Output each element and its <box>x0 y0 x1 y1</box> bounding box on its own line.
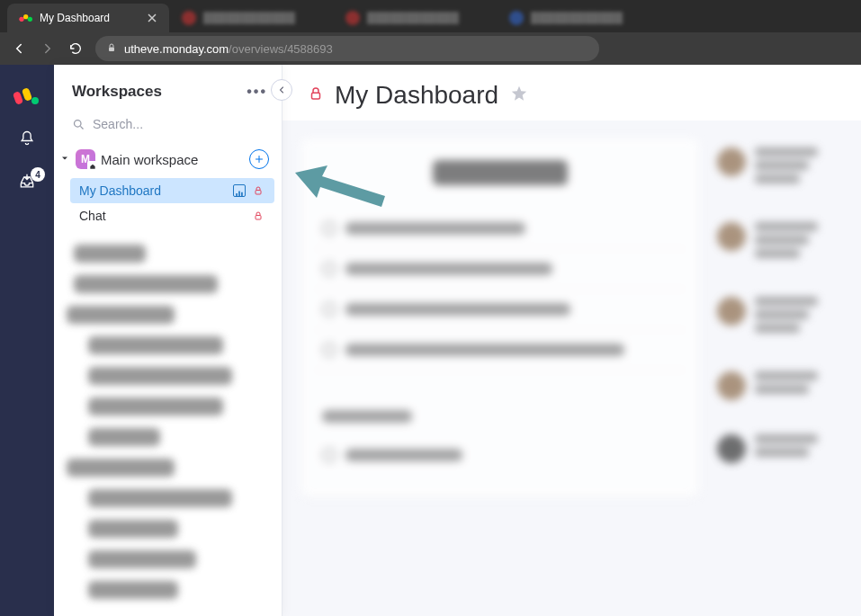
favorite-star-button[interactable] <box>509 84 529 107</box>
workspace-caret-icon[interactable] <box>59 151 70 167</box>
svg-rect-13 <box>312 93 320 99</box>
blurred-sidebar-items <box>54 228 282 599</box>
lock-icon <box>253 210 265 222</box>
inbox-button[interactable]: 4 <box>18 173 36 194</box>
home-icon <box>87 161 97 171</box>
inbox-badge: 4 <box>31 167 45 182</box>
notifications-button[interactable] <box>18 129 36 151</box>
svg-point-1 <box>23 14 28 19</box>
browser-tab-active[interactable]: My Dashboard <box>7 4 169 32</box>
workspace-name: Main workspace <box>101 152 244 167</box>
browser-address-bar: utheve.monday.com/overviews/4588693 <box>0 32 861 65</box>
browser-tab-inactive[interactable]: ████████████ <box>171 4 333 32</box>
svg-rect-8 <box>236 193 238 196</box>
sidebar-title: Workspaces <box>72 83 162 101</box>
left-rail: 4 <box>0 65 54 616</box>
workspace-sidebar: Workspaces ••• Search... M Main workspac… <box>54 65 283 616</box>
browser-tab-inactive[interactable]: ████████████ <box>335 4 497 32</box>
svg-point-7 <box>75 120 82 127</box>
board-item-chat[interactable]: Chat <box>70 203 274 228</box>
svg-rect-4 <box>13 91 23 105</box>
browser-url-input[interactable]: utheve.monday.com/overviews/4588693 <box>95 36 599 61</box>
dashboard-header: My Dashboard <box>283 65 861 121</box>
svg-rect-5 <box>22 87 32 102</box>
main-content: My Dashboard <box>283 65 861 616</box>
monday-logo[interactable] <box>13 79 41 108</box>
svg-rect-9 <box>238 192 240 197</box>
url-domain: utheve.monday.com <box>124 42 229 56</box>
svg-point-0 <box>19 17 23 22</box>
add-workspace-item-button[interactable] <box>249 149 269 169</box>
page-title: My Dashboard <box>335 81 498 110</box>
browser-forward-button[interactable] <box>40 40 56 57</box>
board-label: Chat <box>79 209 106 223</box>
todo-widget-blurred <box>300 138 699 497</box>
browser-tab-inactive[interactable]: ████████████ <box>498 4 660 32</box>
svg-point-6 <box>31 97 39 104</box>
browser-tab-bar: My Dashboard ████████████ ████████████ █… <box>0 0 861 32</box>
private-lock-icon <box>308 85 324 105</box>
monday-favicon <box>18 11 32 25</box>
svg-rect-12 <box>256 216 261 220</box>
lock-icon <box>253 184 265 197</box>
workspace-row[interactable]: M Main workspace <box>54 144 282 174</box>
svg-point-2 <box>28 17 32 22</box>
svg-rect-10 <box>241 192 243 197</box>
search-placeholder: Search... <box>93 117 143 131</box>
board-item-my-dashboard[interactable]: My Dashboard <box>70 178 274 203</box>
dashboard-icon <box>233 184 246 197</box>
sidebar-search-input[interactable]: Search... <box>68 113 267 135</box>
tab-title: My Dashboard <box>40 12 139 24</box>
url-path: /overviews/4588693 <box>229 42 333 56</box>
sidebar-collapse-button[interactable] <box>271 79 292 101</box>
search-icon <box>72 118 85 131</box>
sidebar-more-button[interactable]: ••• <box>247 84 267 100</box>
svg-rect-11 <box>256 191 261 195</box>
browser-reload-button[interactable] <box>68 41 83 56</box>
board-label: My Dashboard <box>79 183 161 198</box>
svg-rect-3 <box>109 47 114 51</box>
tab-close-button[interactable] <box>146 12 158 24</box>
people-widget-blurred <box>717 138 843 497</box>
lock-icon <box>106 42 117 56</box>
browser-back-button[interactable] <box>11 40 27 57</box>
workspace-avatar: M <box>76 149 95 169</box>
